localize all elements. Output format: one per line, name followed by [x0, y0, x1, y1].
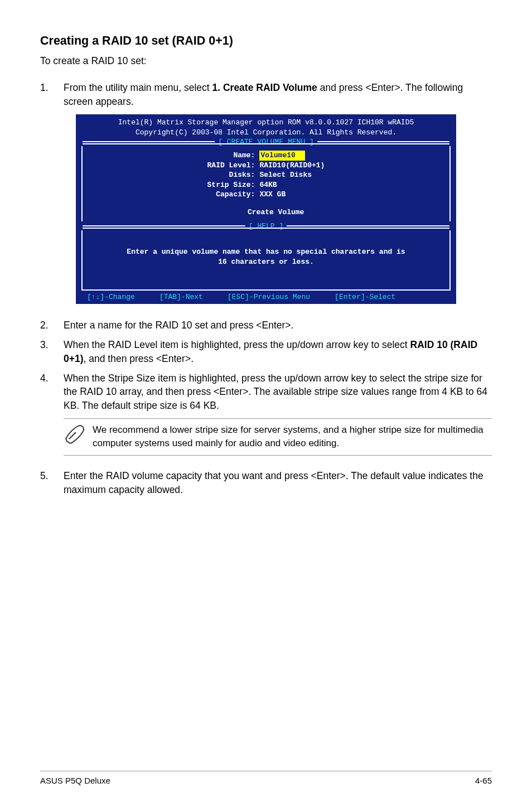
field-name-value: Volume10: [259, 151, 305, 161]
step-2: 2. Enter a name for the RAID 10 set and …: [40, 318, 492, 332]
note-text: We recommend a lower stripe size for ser…: [93, 423, 492, 450]
intro-text: To create a RAID 10 set:: [40, 54, 492, 68]
bios-create-volume: Create Volume: [83, 207, 449, 218]
step3-part-a: When the RAID Level item is highlighted,…: [64, 339, 410, 350]
field-stripsize-label: Strip Size:: [205, 180, 258, 190]
bios-header-1: Intel(R) Matrix Storage Manager option R…: [80, 118, 452, 128]
field-capacity-value: XXX GB: [257, 190, 327, 200]
step-text: From the utility main menu, select 1. Cr…: [64, 81, 492, 109]
step-1: 1. From the utility main menu, select 1.…: [40, 81, 492, 109]
bios-divider: [ HELP ]: [80, 223, 452, 230]
bios-menu-title: [ CREATE VOLUME MENU ]: [215, 137, 317, 147]
note-box: We recommend a lower stripe size for ser…: [64, 418, 492, 456]
bios-fields: Name: Volume10 RAID Level: RAID10(RAID0+…: [205, 151, 327, 200]
footer-left: ASUS P5Q Deluxe: [40, 775, 110, 786]
step-text: When the RAID Level item is highlighted,…: [64, 338, 492, 366]
step-text: When the Stripe Size item is highlighted…: [64, 371, 492, 413]
field-disks-value: Select Disks: [257, 170, 327, 180]
bios-key-updown: [↑↓]-Change: [87, 292, 135, 302]
footer-right: 4-65: [475, 775, 492, 786]
field-stripsize-value: 64KB: [257, 180, 327, 190]
step1-bold: 1. Create RAID Volume: [212, 82, 317, 93]
step-number: 2.: [40, 318, 64, 332]
bios-help-line2: 16 characters or less.: [88, 257, 444, 267]
field-raidlevel-value: RAID10(RAID0+1): [257, 161, 327, 171]
step-text: Enter the RAID volume capacity that you …: [64, 469, 492, 497]
bios-key-esc: [ESC]-Previous Menu: [228, 292, 310, 302]
step1-part-a: From the utility main menu, select: [64, 82, 212, 93]
field-raidlevel-label: RAID Level:: [205, 161, 258, 171]
bios-header-2: Copyright(C) 2003-08 Intel Corporation. …: [80, 128, 452, 138]
bios-key-enter: [Enter]-Select: [335, 292, 395, 302]
field-disks-label: Disks:: [205, 170, 258, 180]
step-text: Enter a name for the RAID 10 set and pre…: [64, 318, 492, 332]
field-name-label: Name:: [205, 151, 258, 161]
bios-divider: [ CREATE VOLUME MENU ]: [80, 139, 452, 146]
field-capacity-label: Capacity:: [205, 190, 258, 200]
page-footer: ASUS P5Q Deluxe 4-65: [40, 771, 492, 786]
step-number: 3.: [40, 338, 64, 366]
step-number: 4.: [40, 371, 64, 413]
bios-footer: [↑↓]-Change [TAB]-Next [ESC]-Previous Me…: [81, 289, 451, 305]
bios-help-title: [ HELP ]: [245, 221, 287, 231]
step-number: 1.: [40, 81, 64, 109]
note-icon: [64, 423, 93, 447]
bios-key-tab: [TAB]-Next: [159, 292, 203, 302]
bios-help-line1: Enter a unique volume name that has no s…: [88, 247, 444, 257]
bios-screenshot: Intel(R) Matrix Storage Manager option R…: [40, 114, 492, 304]
step-4: 4. When the Stripe Size item is highligh…: [40, 371, 492, 413]
step-number: 5.: [40, 469, 64, 497]
step-5: 5. Enter the RAID volume capacity that y…: [40, 469, 492, 497]
step-3: 3. When the RAID Level item is highlight…: [40, 338, 492, 366]
section-heading: Creating a RAID 10 set (RAID 0+1): [40, 32, 492, 50]
step3-part-b: , and then press <Enter>.: [84, 353, 194, 364]
